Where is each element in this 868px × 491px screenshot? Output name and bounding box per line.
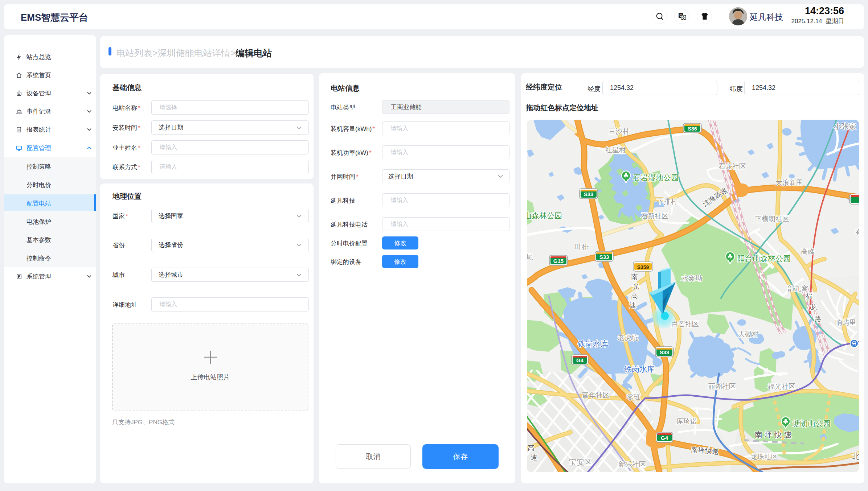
svg-text:三沙村: 三沙村 — [609, 128, 629, 135]
svg-text:丽湖社区: 丽湖社区 — [708, 383, 736, 390]
svg-text:部九窝: 部九窝 — [787, 285, 808, 292]
svg-text:零班: 零班 — [627, 393, 640, 401]
svg-text:S33: S33 — [584, 191, 594, 197]
svg-text:福光社区: 福光社区 — [768, 383, 795, 390]
svg-text:库琦诺: 库琦诺 — [676, 417, 697, 425]
svg-text:S86: S86 — [688, 126, 697, 132]
svg-text:叶排: 叶排 — [575, 243, 589, 251]
svg-text:G15: G15 — [553, 258, 564, 264]
svg-text:响屿里: 响屿里 — [835, 319, 856, 326]
svg-text:尾: 尾 — [527, 253, 533, 261]
svg-text:下排村: 下排村 — [657, 198, 677, 205]
svg-text:龙珠社区: 龙珠社区 — [750, 453, 778, 461]
svg-text:下横朗社区: 下横朗社区 — [755, 215, 789, 223]
svg-text:S359: S359 — [637, 264, 649, 270]
svg-text:石新社区: 石新社区 — [641, 212, 668, 220]
svg-text:北: 北 — [852, 452, 859, 461]
svg-text:宝安区: 宝安区 — [569, 458, 592, 466]
svg-text:红星村: 红星村 — [605, 146, 626, 154]
svg-text:G4: G4 — [576, 357, 584, 363]
svg-text:S33: S33 — [660, 349, 670, 355]
svg-text:山森林公园: 山森林公园 — [527, 211, 562, 220]
svg-text:水窝坳: 水窝坳 — [681, 275, 702, 282]
svg-text:老虎坑: 老虎坑 — [618, 334, 638, 342]
svg-text:石岩湿地公园: 石岩湿地公园 — [633, 173, 679, 182]
svg-text:白芒社区: 白芒社区 — [671, 320, 699, 328]
svg-text:高峰: 高峰 — [801, 248, 815, 255]
svg-text:S33: S33 — [599, 254, 609, 260]
svg-text:铁岗水库: 铁岗水库 — [624, 365, 655, 373]
svg-text:塘朗山公园: 塘朗山公园 — [792, 419, 831, 428]
svg-text:G4: G4 — [661, 435, 668, 441]
svg-text:文: 文 — [681, 16, 685, 20]
svg-text:新乐社区: 新乐社区 — [618, 461, 646, 468]
svg-text:大磡村: 大磡村 — [738, 330, 759, 338]
svg-text:大浪新围: 大浪新围 — [775, 179, 803, 186]
svg-text:石龙社区: 石龙社区 — [718, 162, 746, 170]
svg-text:富华社区: 富华社区 — [582, 391, 610, 399]
svg-text:小张家: 小张家 — [834, 122, 856, 131]
svg-text:铁岗水库: 铁岗水库 — [577, 339, 608, 348]
svg-text:阳台山森林公园: 阳台山森林公园 — [737, 254, 791, 263]
svg-text:有: 有 — [855, 228, 859, 236]
svg-text:南坪快速: 南坪快速 — [755, 430, 794, 439]
